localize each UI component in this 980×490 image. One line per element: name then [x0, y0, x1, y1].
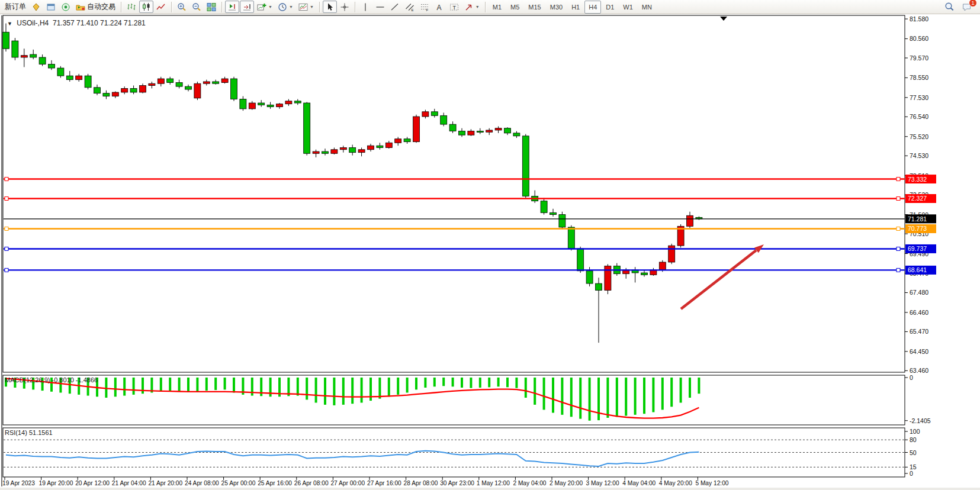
- signals-icon: [61, 2, 70, 12]
- bear-candle: [185, 86, 192, 89]
- time-tick-label: 28 Apr 08:00: [404, 480, 438, 486]
- bottom-strip: [0, 488, 980, 490]
- time-tick-label: 26 Apr 08:00: [294, 480, 329, 486]
- line-handle[interactable]: [5, 268, 8, 272]
- price-tick-label: 75.520: [910, 133, 928, 140]
- timeframe-h1[interactable]: H1: [567, 1, 584, 14]
- auto-scroll-button[interactable]: [225, 1, 239, 13]
- zoom-out-button[interactable]: [189, 1, 204, 13]
- crosshair-button[interactable]: [338, 1, 352, 13]
- tile-windows-button[interactable]: [204, 1, 219, 13]
- bear-candle: [505, 128, 511, 133]
- arrows-tool-button[interactable]: ▼: [462, 1, 482, 13]
- line-handle[interactable]: [897, 196, 900, 200]
- bear-candle: [431, 112, 438, 116]
- bear-candle: [3, 32, 9, 49]
- bull-candle: [358, 150, 365, 153]
- price-badge-label: 71.281: [908, 215, 927, 223]
- bull-candle: [112, 92, 118, 96]
- time-tick-label: 24 Apr 08:00: [185, 480, 219, 486]
- line-handle[interactable]: [5, 247, 8, 250]
- price-tick-label: 65.470: [910, 328, 928, 335]
- bull-candle: [140, 86, 146, 92]
- bull-candle: [249, 103, 255, 109]
- text-tool-icon: A: [435, 2, 444, 12]
- line-handle[interactable]: [897, 268, 900, 272]
- data-window-icon: [46, 2, 56, 12]
- line-handle[interactable]: [5, 196, 8, 200]
- horizontal-line-button[interactable]: [373, 1, 387, 13]
- bull-candle: [495, 128, 502, 130]
- line-handle[interactable]: [5, 227, 8, 230]
- timeframe-m5[interactable]: M5: [506, 1, 523, 14]
- market-watch-icon: [31, 2, 41, 12]
- candlestick-chart-button[interactable]: [139, 1, 153, 13]
- timeframe-m1[interactable]: M1: [489, 1, 506, 14]
- bear-candle: [577, 249, 584, 271]
- timeframe-d1[interactable]: D1: [602, 1, 618, 14]
- auto-trading-button[interactable]: 自动交易: [73, 1, 118, 13]
- data-window-button[interactable]: [44, 1, 58, 13]
- search-icon: [944, 2, 955, 12]
- equidistant-channel-button[interactable]: E: [403, 1, 417, 13]
- line-handle[interactable]: [897, 178, 900, 181]
- timeframe-mn[interactable]: MN: [638, 1, 656, 14]
- bull-candle: [422, 112, 429, 117]
- separator: [319, 2, 320, 12]
- new-order-button[interactable]: 新订单: [2, 1, 28, 13]
- bull-candle: [385, 143, 392, 147]
- line-handle[interactable]: [897, 247, 900, 250]
- bear-candle: [477, 131, 483, 133]
- toolbar-right-group: 1: [942, 1, 978, 13]
- auto-trading-icon: [76, 2, 85, 12]
- line-handle[interactable]: [897, 227, 900, 230]
- bear-candle: [349, 147, 356, 152]
- fibonacci-button[interactable]: F: [417, 1, 432, 13]
- notification-badge[interactable]: 1: [969, 0, 977, 7]
- market-watch-button[interactable]: [29, 1, 43, 13]
- bear-candle: [404, 139, 410, 142]
- cursor-button[interactable]: [323, 1, 337, 13]
- separator: [355, 2, 355, 12]
- bull-candle: [158, 79, 164, 83]
- bull-candle: [149, 83, 155, 85]
- macd-axis-label: 0: [910, 374, 913, 381]
- bar-chart-button[interactable]: [124, 1, 139, 13]
- chart-symbol-period: USOil-,H4: [17, 19, 49, 27]
- time-tick-label: 27 Apr 00:00: [330, 480, 365, 486]
- zoom-in-button[interactable]: [175, 1, 189, 13]
- timeframe-m30[interactable]: M30: [546, 1, 567, 14]
- chart-title-expand-icon[interactable]: ▼: [7, 21, 12, 27]
- price-tick-label: 67.480: [910, 289, 928, 296]
- templates-button[interactable]: ▼: [296, 1, 316, 13]
- trendline-button[interactable]: [388, 1, 402, 13]
- search-button[interactable]: [942, 1, 957, 13]
- vertical-line-icon: [361, 2, 370, 12]
- bear-candle: [513, 133, 520, 136]
- chart-shift-button[interactable]: [240, 1, 254, 13]
- timeframe-w1[interactable]: W1: [619, 1, 637, 14]
- bull-candle: [340, 147, 346, 149]
- chart-ohlc-values: 71.357 71.410 71.224 71.281: [53, 19, 146, 27]
- new-order-label: 新订单: [5, 2, 26, 12]
- timeframe-m15[interactable]: M15: [524, 1, 545, 14]
- bear-candle: [459, 131, 465, 136]
- price-tick-label: 80.560: [910, 35, 928, 42]
- chart-title[interactable]: ▼ USOil-,H4 71.357 71.410 71.224 71.281: [7, 19, 146, 27]
- new-chart-button[interactable]: ▼: [255, 1, 275, 13]
- bull-candle: [76, 76, 82, 80]
- text-label-button[interactable]: T: [447, 1, 461, 13]
- bull-candle: [194, 83, 201, 98]
- time-tick-label: 5 May 12:00: [695, 480, 728, 486]
- svg-text:F: F: [426, 8, 428, 12]
- bear-candle: [641, 273, 648, 275]
- signals-button[interactable]: [59, 1, 73, 13]
- periodicity-button[interactable]: ▼: [275, 1, 295, 13]
- timeframe-h4[interactable]: H4: [584, 1, 601, 14]
- price-tick-label: 76.540: [910, 113, 928, 120]
- vertical-line-button[interactable]: [358, 1, 372, 13]
- line-handle[interactable]: [5, 178, 8, 181]
- line-chart-button[interactable]: [154, 1, 168, 13]
- text-tool-button[interactable]: A: [432, 1, 446, 13]
- time-tick-label: 3 May 12:00: [586, 480, 619, 486]
